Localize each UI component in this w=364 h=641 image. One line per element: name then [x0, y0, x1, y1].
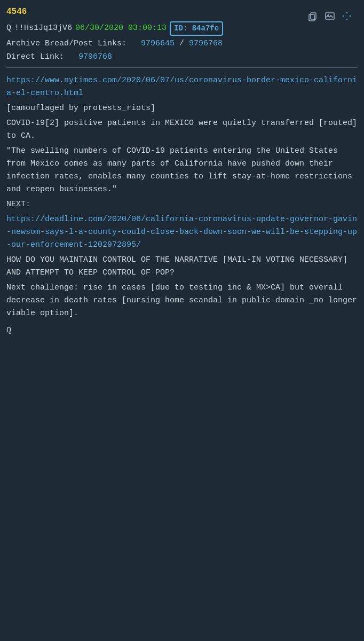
post-id-badge[interactable]: ID: 84a7fe	[170, 21, 223, 36]
direct-label: Direct Link:	[6, 52, 64, 61]
quote-text: "The swelling numbers of COVID-19 patien…	[6, 146, 352, 194]
line2-text: COVID-19[2] positive patients in MEXICO …	[6, 119, 357, 140]
archive-link-1[interactable]: 9796645	[141, 39, 175, 48]
line1-text: [camouflaged by protests_riots]	[6, 104, 155, 113]
line4-text: Next challenge: rise in cases [due to te…	[6, 283, 357, 318]
post-username: !!Hs1Jq13jV6	[14, 22, 72, 35]
post-header: Q !!Hs1Jq13jV6 06/30/2020 03:00:13 ID: 8…	[6, 21, 358, 36]
divider	[6, 67, 358, 68]
archive-separator: /	[179, 39, 189, 48]
direct-link[interactable]: 9796768	[78, 52, 112, 61]
svg-rect-1	[309, 14, 314, 21]
archive-link-2[interactable]: 9796768	[189, 39, 223, 48]
header-icons	[307, 11, 352, 26]
post-container: 4546	[0, 0, 364, 348]
post-body: https://www.nytimes.com/2020/06/07/us/co…	[6, 74, 358, 337]
next-label: NEXT:	[6, 200, 30, 209]
archive-label: Archive Bread/Post Links:	[6, 39, 126, 48]
archive-line: Archive Bread/Post Links: 9796645 / 9796…	[6, 38, 358, 50]
url1-block: https://www.nytimes.com/2020/06/07/us/co…	[6, 74, 358, 100]
post-number: 4546	[6, 5, 27, 18]
url2-block: https://deadline.com/2020/06/california-…	[6, 213, 358, 252]
top-bar: 4546	[6, 5, 358, 21]
signing-q: Q	[6, 324, 358, 337]
line3-text: HOW DO YOU MAINTAIN CONTROL OF THE NARRA…	[6, 255, 347, 277]
line2-block: COVID-19[2] positive patients in MEXICO …	[6, 117, 358, 143]
post-q-label: Q	[6, 22, 11, 35]
copy-icon[interactable]	[307, 11, 318, 26]
line3-block: HOW DO YOU MAINTAIN CONTROL OF THE NARRA…	[6, 254, 358, 279]
move-icon[interactable]	[342, 11, 352, 26]
post-timestamp: 06/30/2020 03:00:13	[75, 22, 167, 35]
image-icon[interactable]	[325, 11, 335, 26]
next-block: NEXT:	[6, 198, 358, 211]
deadline-url[interactable]: https://deadline.com/2020/06/california-…	[6, 215, 357, 249]
nytimes-url[interactable]: https://www.nytimes.com/2020/06/07/us/co…	[6, 76, 357, 98]
direct-link-line: Direct Link: 9796768	[6, 51, 358, 64]
svg-rect-0	[311, 13, 316, 19]
line4-block: Next challenge: rise in cases [due to te…	[6, 282, 358, 320]
line1-block: [camouflaged by protests_riots]	[6, 102, 358, 115]
quote-block: "The swelling numbers of COVID-19 patien…	[6, 145, 358, 196]
